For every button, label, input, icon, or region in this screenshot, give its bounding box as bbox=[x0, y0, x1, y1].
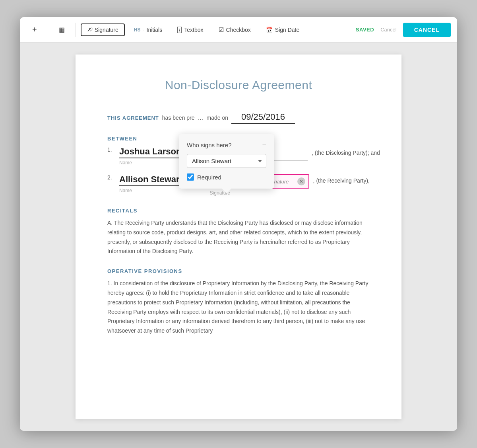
duplicate-icon: ▦ bbox=[59, 26, 65, 33]
required-checkbox[interactable] bbox=[187, 173, 194, 181]
popup-minimize-button[interactable]: − bbox=[262, 141, 266, 148]
party-num-1: 1. bbox=[107, 146, 115, 153]
initials-button[interactable]: HS · Initials bbox=[128, 24, 168, 36]
operative-text: 1. In consideration of the disclosure of… bbox=[107, 279, 370, 336]
cancel-button[interactable]: CANCEL bbox=[403, 23, 451, 37]
toolbar-divider-2 bbox=[76, 23, 76, 37]
toolbar-divider-1 bbox=[48, 23, 48, 37]
recitals-heading: RECITALS bbox=[107, 208, 370, 214]
textbox-button[interactable]: I Textbox bbox=[171, 24, 209, 36]
popup-header: Who signs here? − bbox=[187, 141, 266, 148]
agreement-pre-text: has been pre bbox=[162, 113, 195, 122]
textbox-icon: I bbox=[177, 27, 182, 33]
agreement-row: THIS AGREEMENT has been pre … made on 09… bbox=[107, 112, 370, 124]
party-desc-2: , (the Receiving Party), bbox=[313, 174, 370, 184]
initials-label: Initials bbox=[147, 27, 163, 33]
signature-label: Signature bbox=[95, 27, 118, 33]
agreement-label: THIS AGREEMENT bbox=[107, 115, 159, 121]
calendar-icon: 📅 bbox=[266, 27, 273, 33]
cancel-text-button[interactable]: Cancel bbox=[377, 25, 399, 34]
party-name-label-2: Name bbox=[119, 188, 200, 193]
document-area: Non-Disclosure Agreement THIS AGREEMENT … bbox=[20, 43, 457, 431]
initials-icon: HS bbox=[134, 27, 141, 33]
signature-icon: ✗∕ bbox=[87, 27, 92, 33]
popup-overlay: Who signs here? − Allison Stewart Joshua… bbox=[179, 134, 274, 189]
add-button[interactable]: + bbox=[26, 22, 43, 37]
document-title: Non-Disclosure Agreement bbox=[107, 78, 370, 92]
party-desc-1: , (the Disclosing Party); and bbox=[312, 146, 380, 156]
document: Non-Disclosure Agreement THIS AGREEMENT … bbox=[76, 55, 401, 419]
agreement-made-text: … bbox=[198, 113, 204, 122]
duplicate-button[interactable]: ▦ bbox=[53, 23, 71, 36]
sig-close-button[interactable]: ✕ bbox=[297, 177, 305, 185]
operative-heading: OPERATIVE PROVISIONS bbox=[107, 268, 370, 274]
agreement-made-on: made on bbox=[207, 113, 228, 122]
toolbar: + ▦ ✗∕ Signature HS · Initials I Textbox… bbox=[20, 17, 457, 43]
signer-select[interactable]: Allison Stewart Joshua Larson bbox=[187, 154, 266, 168]
sign-date-button[interactable]: 📅 Sign Date bbox=[260, 24, 305, 36]
checkbox-label: Checkbox bbox=[226, 27, 251, 33]
saved-status: SAVED bbox=[356, 27, 374, 33]
signer-popup: Who signs here? − Allison Stewart Joshua… bbox=[179, 134, 274, 189]
signature-button[interactable]: ✗∕ Signature bbox=[81, 23, 125, 36]
required-row: Required bbox=[187, 173, 266, 181]
checkbox-button[interactable]: ☑ Checkbox bbox=[213, 23, 257, 36]
checkbox-icon: ☑ bbox=[219, 26, 224, 33]
agreement-date: 09/25/2016 bbox=[231, 112, 295, 124]
popup-title: Who signs here? bbox=[187, 142, 232, 148]
required-label: Required bbox=[197, 174, 221, 181]
recitals-text: A. The Receiving Party understands that … bbox=[107, 218, 370, 256]
party-num-2: 2. bbox=[107, 174, 115, 181]
textbox-label: Textbox bbox=[184, 27, 203, 33]
sign-date-label: Sign Date bbox=[275, 27, 299, 33]
plus-icon: + bbox=[32, 25, 37, 34]
app-window: + ▦ ✗∕ Signature HS · Initials I Textbox… bbox=[20, 17, 457, 431]
